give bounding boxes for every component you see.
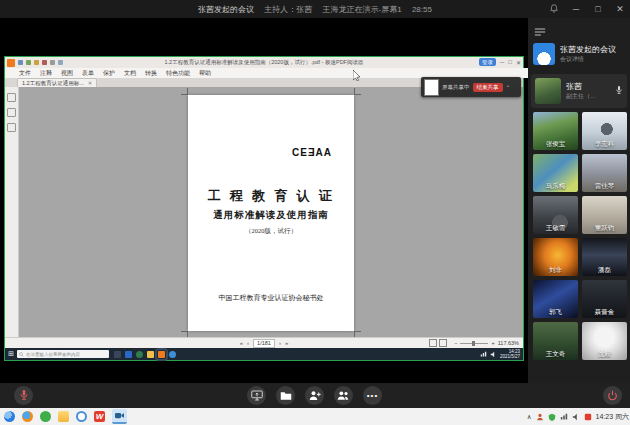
participant-tile[interactable]: 李宏科 — [582, 112, 627, 150]
meeting-info-row[interactable]: 张茜发起的会议 会议详情 — [533, 40, 627, 68]
presentation-stage: 1.2工程教育认证通用标准解读及使用指南（2020版，试行）.pdf - 极速P… — [0, 18, 528, 383]
windows-search-input[interactable]: 在这里输入你要搜索的内容 — [17, 350, 109, 358]
pdf-quick-toolbar[interactable] — [18, 60, 63, 65]
share-screen-button[interactable] — [247, 386, 266, 405]
participant-tile[interactable]: 郭飞 — [533, 280, 578, 318]
menu-view[interactable]: 视图 — [61, 69, 73, 78]
invite-button[interactable] — [305, 386, 324, 405]
tray-app-red-icon[interactable] — [584, 413, 592, 421]
menu-file[interactable]: 文件 — [19, 69, 31, 78]
shared-screen: 1.2工程教育认证通用标准解读及使用指南（2020版，试行）.pdf - 极速P… — [5, 57, 523, 360]
participant-name: 沈毅 — [582, 350, 627, 359]
maximize-button[interactable]: □ — [592, 4, 604, 14]
zoom-slider[interactable] — [460, 343, 488, 344]
folder-app-icon[interactable] — [58, 411, 69, 422]
documents-button[interactable] — [276, 386, 295, 405]
members-button[interactable] — [334, 386, 353, 405]
tray-expand-icon[interactable]: ∧ — [527, 413, 532, 421]
browser-icon[interactable] — [169, 351, 176, 358]
pdf-side-rail[interactable] — [5, 87, 19, 338]
host-clock[interactable]: 14:23 周六 — [596, 412, 629, 422]
participant-tile[interactable]: 沈毅 — [582, 322, 627, 360]
wps-app-icon[interactable]: W — [94, 411, 105, 422]
participant-tile[interactable]: 马乐梅 — [533, 154, 578, 192]
shared-clock[interactable]: 14:23 2021/5/27 — [500, 349, 520, 359]
sidebar-meeting-sub: 会议详情 — [560, 55, 616, 64]
pdf-close-button[interactable]: ✕ — [516, 59, 521, 66]
microphone-button[interactable] — [14, 386, 33, 405]
view-mode-icons[interactable] — [429, 339, 447, 347]
share-preview-thumbnail — [424, 79, 439, 96]
participant-name: 潘磊 — [582, 266, 627, 275]
menu-features[interactable]: 特色功能 — [166, 69, 190, 78]
participant-tile[interactable]: 刘非 — [533, 238, 578, 276]
folder-icon — [280, 391, 292, 401]
pinned-speaker-card[interactable]: 张茜 副主任（… — [531, 74, 627, 108]
participant-tile[interactable]: 董跃钧 — [582, 196, 627, 234]
meeting-app-taskbar-icon[interactable] — [112, 409, 127, 424]
end-meeting-button[interactable] — [603, 386, 622, 405]
pdf-document-tab[interactable]: 1.2工程教育认证通用标... ✕ — [17, 78, 97, 87]
firefox-app-icon[interactable] — [22, 411, 33, 422]
participant-tile[interactable]: 潘磊 — [582, 238, 627, 276]
minimize-button[interactable]: ─ — [570, 4, 582, 14]
pdf-document-title: 1.2工程教育认证通用标准解读及使用指南（2020版，试行）.pdf - 极速P… — [5, 59, 523, 66]
pdf-login-button[interactable]: 登录 — [479, 58, 496, 66]
participant-tile[interactable]: 王敏雪 — [533, 196, 578, 234]
file-explorer-icon[interactable] — [147, 351, 154, 358]
zoom-level: 117.63% — [498, 340, 519, 346]
more-button[interactable]: ••• — [363, 386, 382, 405]
participant-tile[interactable]: 雷佳琴 — [582, 154, 627, 192]
sidebar-collapse-icon[interactable] — [534, 23, 546, 41]
menu-document[interactable]: 文档 — [124, 69, 136, 78]
tray-person-icon[interactable] — [536, 413, 544, 421]
last-page-button[interactable]: » — [285, 340, 288, 346]
menu-help[interactable]: 帮助 — [199, 69, 211, 78]
pdf-reader-taskbar-icon[interactable] — [158, 351, 165, 358]
first-page-button[interactable]: « — [240, 340, 243, 346]
tab-close-icon[interactable]: ✕ — [88, 79, 93, 87]
tray-shield-icon[interactable] — [548, 413, 556, 421]
task-view-icon[interactable] — [114, 351, 121, 358]
pdf-minimize-button[interactable]: ─ — [500, 59, 504, 65]
close-button[interactable]: ✕ — [614, 4, 626, 14]
overlay-expand-icon[interactable]: ⌃ — [506, 84, 511, 91]
browser-app-icon[interactable] — [4, 411, 15, 422]
pinned-role: 副主任（… — [566, 92, 596, 101]
start-button[interactable]: ⊞ — [5, 350, 17, 358]
volume-icon[interactable] — [490, 351, 497, 358]
menu-convert[interactable]: 转换 — [145, 69, 157, 78]
tray-network-icon[interactable] — [560, 413, 568, 421]
participant-tile[interactable]: 王文奇 — [533, 322, 578, 360]
page-number-box[interactable]: 1/181 — [253, 339, 275, 348]
zoom-out-button[interactable]: − — [454, 340, 457, 346]
camera-icon — [115, 412, 124, 419]
participants-sidebar: 张茜发起的会议 会议详情 张茜 副主任（… 张俊宝 李宏科 马乐梅 雷佳琴 王敏… — [528, 18, 630, 383]
word-app-icon[interactable] — [125, 351, 132, 358]
pinned-avatar — [535, 78, 561, 104]
network-icon[interactable] — [480, 351, 487, 358]
pdf-tab-label: 1.2工程教育认证通用标... — [22, 79, 84, 87]
pdf-document-area[interactable]: CEƎAA 工 程 教 育 认 证 通用标准解读及使用指南 （2020版，试行）… — [19, 87, 523, 338]
participant-tile[interactable]: 张俊宝 — [533, 112, 578, 150]
app-icon-green[interactable] — [136, 351, 143, 358]
next-page-button[interactable]: › — [279, 340, 281, 346]
search-app-icon[interactable] — [76, 411, 87, 422]
menu-form[interactable]: 表单 — [82, 69, 94, 78]
green-app-icon[interactable] — [40, 411, 51, 422]
pin-icon[interactable] — [548, 3, 560, 16]
person-plus-icon — [309, 390, 321, 401]
tray-volume-icon[interactable] — [572, 413, 580, 421]
participant-tile[interactable]: 聂晋金 — [582, 280, 627, 318]
doc-organization: 中国工程教育专业认证协会秘书处 — [188, 293, 354, 303]
pdf-maximize-button[interactable]: □ — [508, 59, 512, 65]
menu-protect[interactable]: 保护 — [103, 69, 115, 78]
host-label: 主持人：张茜 — [264, 5, 312, 14]
window-titlebar: 张茜发起的会议 主持人：张茜 王海龙正在演示-屏幕1 28:55 ─ □ ✕ — [0, 0, 630, 18]
menu-annotate[interactable]: 注释 — [40, 69, 52, 78]
prev-page-button[interactable]: ‹ — [247, 340, 249, 346]
stop-sharing-button[interactable]: 结束共享 — [473, 83, 503, 92]
zoom-in-button[interactable]: + — [491, 340, 494, 346]
participant-name: 王敏雪 — [533, 224, 578, 233]
participant-name: 马乐梅 — [533, 182, 578, 191]
